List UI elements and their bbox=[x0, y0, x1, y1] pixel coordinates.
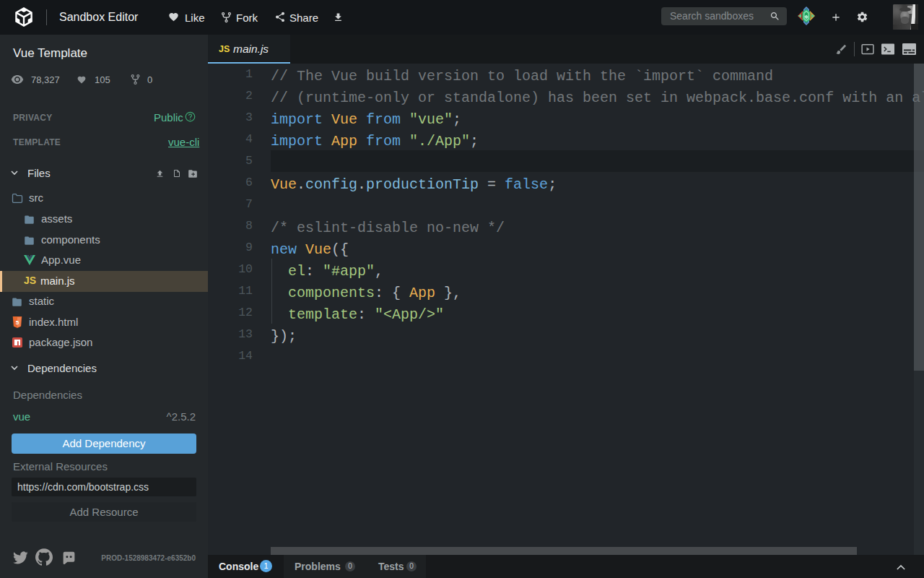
svg-text:5: 5 bbox=[16, 319, 19, 325]
